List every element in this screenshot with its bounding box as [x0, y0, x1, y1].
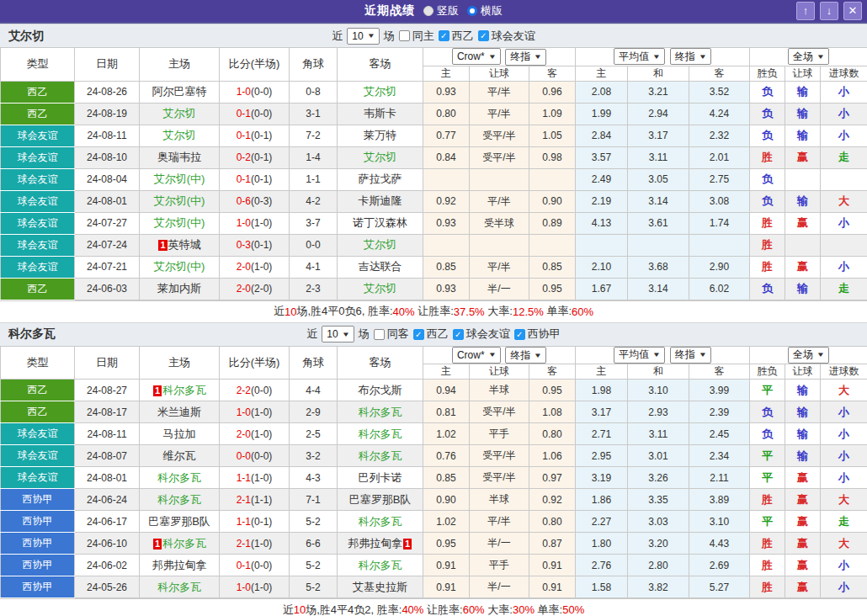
fulltime-score: 1-0 [237, 406, 251, 418]
halftime-score: (0-3) [251, 195, 272, 207]
fulltime-score: 2-1 [237, 494, 251, 506]
home-team-cell: 米兰迪斯 [140, 401, 220, 423]
col-corner: 角球 [290, 346, 338, 380]
match-row: 西乙24-08-17米兰迪斯1-0(1-0)2-9科尔多瓦0.81受平/半1.0… [1, 401, 867, 423]
chevron-down-icon: ▼ [699, 53, 707, 61]
filter-checkbox-球会友谊[interactable]: ✓球会友谊 [478, 29, 535, 44]
avg-source-select[interactable]: 平均值▼ [614, 48, 665, 65]
move-up-button[interactable]: ↑ [796, 2, 815, 20]
average-odds-value: 1.58 [576, 576, 628, 598]
away-team-cell: 科尔多瓦 [338, 555, 423, 576]
team-name: 英特城 [168, 238, 201, 251]
home-team-cell: 1科尔多瓦 [140, 380, 220, 401]
away-team-cell: 布尔戈斯 [338, 380, 423, 401]
match-score: 0-1(0-1) [220, 168, 290, 190]
filter-checkbox-球会友谊[interactable]: ✓球会友谊 [453, 327, 510, 342]
match-count-value: 10 [352, 30, 363, 42]
handicap-outcome: 输 [785, 190, 821, 212]
avg-source-select[interactable]: 平均值▼ [614, 347, 665, 364]
scope-select[interactable]: 全场▼ [788, 347, 829, 364]
average-odds-value: 2.19 [576, 190, 628, 212]
corner-score: 6-6 [290, 533, 338, 555]
average-odds-value: 3.05 [628, 168, 689, 190]
checkbox-label: 西乙 [452, 29, 474, 44]
summary-stat-value: 37.5% [454, 305, 485, 318]
fulltime-score: 1-0 [237, 581, 251, 593]
team-name: 布尔戈斯 [359, 384, 402, 396]
away-team-cell: 科尔多瓦 [338, 511, 423, 533]
average-odds-value: 3.68 [628, 256, 689, 278]
team-name: 科尔多瓦 [359, 427, 402, 440]
match-count-select[interactable]: 10▼ [322, 326, 354, 343]
col-avg-away: 客 [689, 364, 750, 380]
match-row: 球会友谊24-08-04艾尔切(中)0-1(0-1)1-1萨拉戈萨2.493.0… [1, 168, 867, 190]
team-name: 马拉加 [163, 427, 196, 440]
match-row: 球会友谊24-08-01科尔多瓦1-1(1-0)4-3巴列卡诺0.85受平/半0… [1, 467, 867, 489]
odds-stage-select[interactable]: 终指▼ [505, 347, 546, 364]
col-avg-draw: 和 [628, 66, 689, 81]
home-team-cell: 维尔瓦 [140, 445, 220, 467]
corner-score: 3-2 [290, 445, 338, 467]
filter-checkbox-西协甲[interactable]: ✓西协甲 [514, 327, 561, 342]
match-row: 西乙24-08-26阿尔巴塞特1-0(0-0)0-8艾尔切0.93平/半0.96… [1, 81, 867, 103]
team-name: 艾尔切 [364, 282, 396, 295]
col-type: 类型 [1, 48, 75, 82]
odds-stage-select[interactable]: 终指▼ [505, 49, 546, 66]
move-down-button[interactable]: ↓ [820, 2, 838, 20]
team-name: 艾尔切(中) [154, 260, 205, 273]
odds-value: 平手 [470, 423, 529, 445]
average-odds-value: 4.13 [576, 212, 628, 234]
filter-checkbox-西乙[interactable]: ✓西乙 [439, 29, 474, 44]
col-odds-away: 客 [529, 364, 576, 380]
close-button[interactable]: ✕ [843, 2, 862, 20]
filter-checkbox-同客[interactable]: 同客 [374, 327, 409, 342]
team-name: 科尔多瓦 [162, 537, 206, 550]
col-goals: 进球数 [821, 66, 867, 81]
average-odds-value: 3.99 [689, 380, 750, 401]
col-type: 类型 [1, 346, 75, 380]
col-away: 客场 [338, 48, 423, 82]
fulltime-score: 0-1 [237, 108, 251, 119]
scope-select[interactable]: 全场▼ [788, 48, 829, 65]
col-home: 主场 [140, 346, 220, 380]
odds-value: 0.85 [423, 467, 470, 489]
average-odds-value: 2.95 [576, 445, 628, 467]
odds-source-select[interactable]: Crow*▼ [452, 48, 501, 65]
away-team-cell: 莱万特 [338, 125, 423, 146]
handicap-outcome: 赢 [785, 146, 821, 168]
away-team-cell: 科尔多瓦 [338, 445, 423, 467]
average-group-header: 平均值▼ 终指▼ [576, 346, 750, 364]
team-name: 科尔多瓦 [359, 406, 402, 418]
corner-score: 4-1 [290, 256, 338, 278]
checkbox-label: 西协甲 [528, 327, 561, 342]
filter-checkbox-同主[interactable]: 同主 [399, 29, 434, 44]
goals-outcome: 小 [821, 81, 867, 103]
average-odds-value: 2.80 [628, 555, 689, 576]
match-row: 球会友谊24-08-01艾尔切(中)0-6(0-3)4-2卡斯迪隆0.92平/半… [1, 190, 867, 212]
layout-radio-horizontal[interactable]: 横版 [467, 3, 503, 19]
checkbox-checked-icon: ✓ [453, 329, 464, 340]
match-count-select[interactable]: 10▼ [347, 28, 379, 45]
match-row: 球会友谊24-08-11马拉加2-0(1-0)2-5科尔多瓦1.02平手0.80… [1, 423, 867, 445]
team-name: 艾基史拉斯 [353, 581, 407, 593]
team-name: 巴塞罗那B队 [349, 493, 412, 506]
result-outcome: 平 [750, 467, 785, 489]
odds-value: 1.02 [423, 423, 470, 445]
filter-checkbox-西乙[interactable]: ✓西乙 [413, 327, 449, 342]
corner-score: 7-2 [290, 125, 338, 146]
match-type-badge: 西协甲 [1, 511, 75, 533]
layout-radio-vertical[interactable]: 竖版 [423, 3, 459, 19]
match-score: 2-1(1-0) [220, 533, 290, 555]
odds-value: 0.84 [423, 146, 470, 168]
col-home: 主场 [140, 48, 220, 82]
col-odds-away: 客 [529, 66, 576, 81]
avg-stage-select[interactable]: 终指▼ [670, 48, 711, 65]
odds-source-select[interactable]: Crow*▼ [452, 347, 501, 364]
average-odds-value: 2.94 [628, 103, 689, 125]
col-date: 日期 [75, 48, 140, 82]
halftime-score: (1-0) [251, 581, 272, 593]
avg-stage-select[interactable]: 终指▼ [670, 347, 711, 364]
scope-value: 全场 [793, 50, 813, 64]
handicap-outcome: 赢 [785, 576, 821, 598]
team-name: 邦弗拉甸拿 [152, 559, 207, 571]
